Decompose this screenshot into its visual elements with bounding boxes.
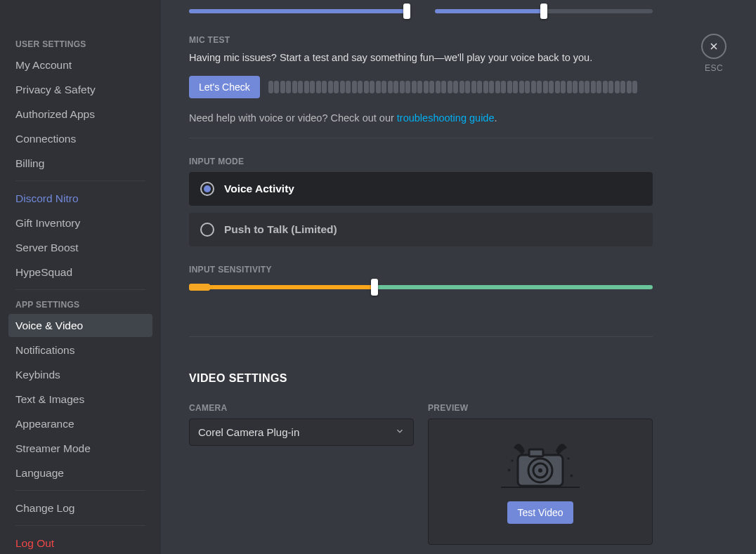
output-volume-slider[interactable] [435,4,653,17]
slider-thumb[interactable] [540,4,547,19]
svg-rect-2 [529,449,543,456]
app-settings-header: APP SETTINGS [8,296,152,314]
input-sensitivity-header: INPUT SENSITIVITY [189,265,653,275]
svg-point-5 [538,468,542,473]
preview-label: PREVIEW [428,403,653,413]
sidebar-item-my-account[interactable]: My Account [8,53,152,77]
help-text: Need help with voice or video? Check out… [189,112,653,124]
divider [189,336,653,337]
sidebar-item-server-boost[interactable]: Server Boost [8,236,152,259]
divider [15,289,145,290]
sidebar-item-privacy[interactable]: Privacy & Safety [8,78,152,101]
sidebar: USER SETTINGS My Account Privacy & Safet… [0,0,161,554]
sidebar-item-billing[interactable]: Billing [8,152,152,175]
divider [15,180,145,181]
radio-icon [200,182,214,196]
divider [15,490,145,491]
input-volume-slider[interactable] [189,4,407,17]
camera-select[interactable]: Corel Camera Plug-in [189,418,414,446]
radio-icon [200,223,214,237]
sidebar-item-text-images[interactable]: Text & Images [8,388,152,411]
user-settings-header: USER SETTINGS [8,35,152,53]
sidebar-item-log-out[interactable]: Log Out [8,532,152,554]
sidebar-item-hypesquad[interactable]: HypeSquad [8,260,152,284]
test-video-button[interactable]: Test Video [507,501,573,524]
esc-label: ESC [705,63,723,73]
radio-voice-activity[interactable]: Voice Activity [189,172,653,206]
sidebar-item-keybinds[interactable]: Keybinds [8,363,152,386]
sidebar-item-language[interactable]: Language [8,461,152,484]
troubleshooting-link[interactable]: troubleshooting guide [397,112,495,124]
mic-test-header: MIC TEST [189,35,653,45]
close-area: ESC [701,34,726,73]
input-sensitivity-slider[interactable] [189,280,653,294]
main-panel: ESC MIC TEST Having mic issues? Start a … [161,0,756,554]
sidebar-item-connections[interactable]: Connections [8,127,152,150]
sidebar-item-change-log[interactable]: Change Log [8,496,152,520]
help-prefix: Need help with voice or video? Check out… [189,112,397,124]
input-mode-header: INPUT MODE [189,157,653,166]
slider-thumb[interactable] [403,4,410,19]
chevron-down-icon [395,426,405,438]
sidebar-item-gift-inventory[interactable]: Gift Inventory [8,211,152,235]
camera-icon [498,440,582,489]
radio-label: Voice Activity [224,183,294,195]
sidebar-item-appearance[interactable]: Appearance [8,412,152,435]
mic-test-desc: Having mic issues? Start a test and say … [189,51,653,65]
camera-select-value: Corel Camera Plug-in [198,426,299,438]
divider [189,138,653,138]
close-icon [708,41,719,52]
sidebar-item-authorized-apps[interactable]: Authorized Apps [8,103,152,126]
svg-point-6 [511,459,513,461]
camera-label: CAMERA [189,403,414,413]
svg-point-7 [567,457,569,459]
divider [15,525,145,526]
help-suffix: . [494,112,497,124]
radio-push-to-talk[interactable]: Push to Talk (Limited) [189,213,653,246]
slider-thumb[interactable] [371,279,378,296]
mic-level-meter [268,81,653,93]
sidebar-item-notifications[interactable]: Notifications [8,338,152,362]
lets-check-button[interactable]: Let's Check [189,76,260,98]
radio-label: Push to Talk (Limited) [224,223,337,236]
sidebar-item-voice-video[interactable]: Voice & Video [8,314,152,337]
sidebar-item-streamer-mode[interactable]: Streamer Mode [8,437,152,460]
sidebar-item-nitro[interactable]: Discord Nitro [8,187,152,210]
close-button[interactable] [701,34,726,59]
video-settings-title: VIDEO SETTINGS [189,372,653,385]
video-preview: Test Video [428,418,653,545]
